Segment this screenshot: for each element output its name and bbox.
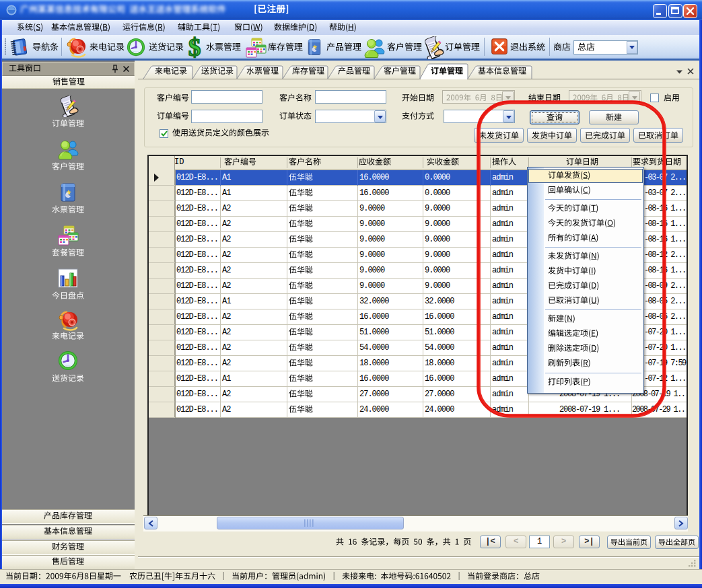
svg-text:$: $: [188, 35, 201, 59]
